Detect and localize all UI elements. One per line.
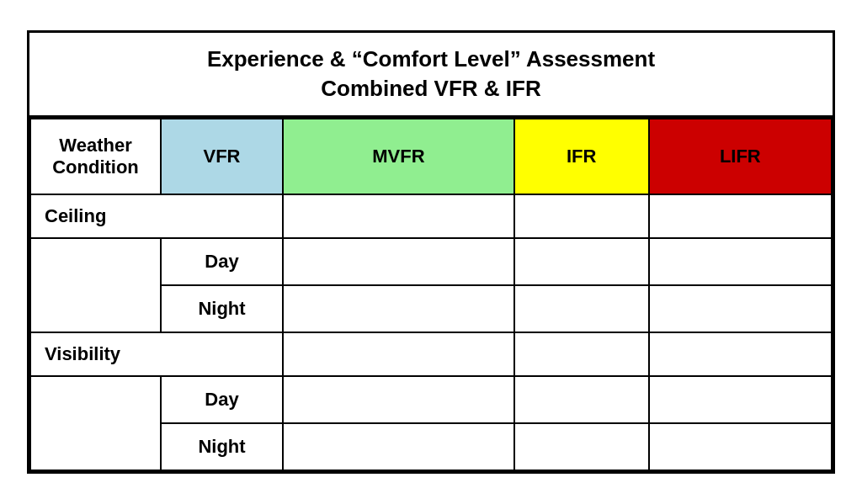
ceiling-night-label: Night xyxy=(161,285,283,332)
visibility-day-row: Day xyxy=(30,376,832,423)
title-line1: Experience & “Comfort Level” Assessment xyxy=(207,46,655,72)
visibility-night-lifr-cell xyxy=(649,423,832,470)
assessment-table: Experience & “Comfort Level” Assessment … xyxy=(27,30,835,474)
visibility-day-ifr-cell xyxy=(514,376,649,423)
ceiling-day-label: Day xyxy=(161,238,283,285)
ceiling-lifr-cell xyxy=(649,194,832,238)
ceiling-mvfr-cell xyxy=(283,194,514,238)
ceiling-day-ifr-cell xyxy=(514,238,649,285)
title-section: Experience & “Comfort Level” Assessment … xyxy=(29,33,833,118)
ceiling-night-lifr-cell xyxy=(649,285,832,332)
visibility-night-vfr-cell xyxy=(283,423,514,470)
header-row: WeatherCondition VFR MVFR IFR LIFR xyxy=(30,119,832,194)
ceiling-day-row: Day xyxy=(30,238,832,285)
ceiling-row: Ceiling xyxy=(30,194,832,238)
ceiling-night-ifr-cell xyxy=(514,285,649,332)
visibility-night-label: Night xyxy=(161,423,283,470)
visibility-ifr-cell xyxy=(514,332,649,376)
visibility-day-vfr-cell xyxy=(283,376,514,423)
ceiling-ifr-cell xyxy=(514,194,649,238)
title-text: Experience & “Comfort Level” Assessment … xyxy=(38,45,824,103)
ceiling-label: Ceiling xyxy=(30,194,283,238)
title-line2: Combined VFR & IFR xyxy=(321,76,540,101)
visibility-lifr-cell xyxy=(649,332,832,376)
visibility-day-label: Day xyxy=(161,376,283,423)
ceiling-night-vfr-cell xyxy=(283,285,514,332)
mvfr-header: MVFR xyxy=(283,119,514,194)
weather-condition-header: WeatherCondition xyxy=(30,119,161,194)
vfr-header: VFR xyxy=(161,119,283,194)
visibility-group-label xyxy=(30,376,161,470)
visibility-day-lifr-cell xyxy=(649,376,832,423)
ceiling-group-label xyxy=(30,238,161,332)
visibility-night-ifr-cell xyxy=(514,423,649,470)
ifr-header: IFR xyxy=(514,119,649,194)
visibility-label: Visibility xyxy=(30,332,283,376)
ceiling-day-lifr-cell xyxy=(649,238,832,285)
visibility-mvfr-cell xyxy=(283,332,514,376)
lifr-header: LIFR xyxy=(649,119,832,194)
visibility-row: Visibility xyxy=(30,332,832,376)
ceiling-day-vfr-cell xyxy=(283,238,514,285)
